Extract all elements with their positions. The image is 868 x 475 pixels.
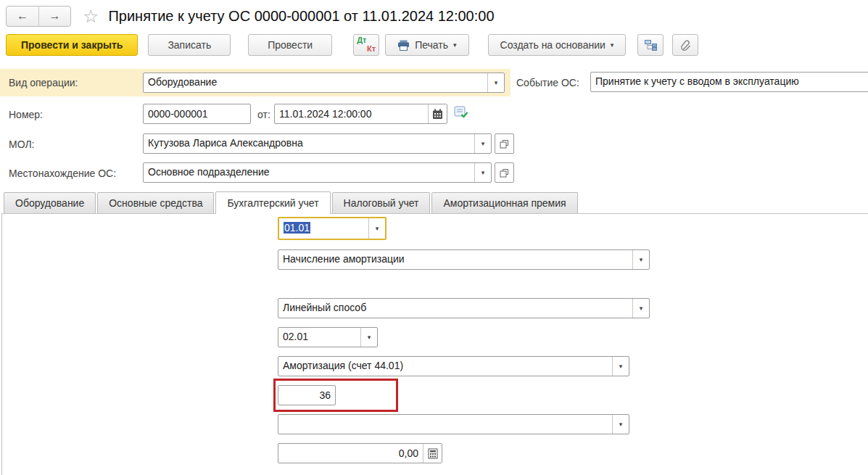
operation-type-select[interactable]: Оборудование ▾ bbox=[143, 73, 505, 93]
operation-type-value: Оборудование bbox=[144, 73, 487, 92]
useful-life-input[interactable] bbox=[278, 385, 336, 405]
accounting-order-value: Начисление амортизации bbox=[278, 250, 632, 269]
document-structure-button[interactable] bbox=[637, 34, 664, 56]
os-event-input[interactable]: Принятие к учету с вводом в эксплуатацию bbox=[590, 72, 868, 92]
expense-reflection-value: Амортизация (счет 44.01) bbox=[278, 357, 612, 376]
page-title: Принятие к учету ОС 0000-000001 от 11.01… bbox=[108, 8, 494, 25]
depreciation-account-select[interactable]: 02.01 ▾ bbox=[278, 327, 378, 347]
create-on-basis-label: Создать на основании bbox=[500, 39, 605, 51]
arrow-right-icon: → bbox=[49, 9, 61, 22]
caret-down-icon[interactable]: ▾ bbox=[632, 250, 649, 269]
liquidation-value-input[interactable] bbox=[278, 444, 423, 463]
os-event-value: Принятие к учету с вводом в эксплуатацию bbox=[595, 75, 799, 87]
tab-depreciation-bonus[interactable]: Амортизационная премия bbox=[431, 192, 577, 213]
caret-down-icon[interactable]: ▾ bbox=[474, 134, 491, 153]
caret-down-icon[interactable]: ▾ bbox=[632, 299, 649, 318]
os-location-open-button[interactable] bbox=[495, 162, 514, 183]
mol-label: МОЛ: bbox=[9, 139, 34, 150]
dt-kt-postings-button[interactable]: Дт Кт bbox=[353, 34, 379, 56]
mol-select[interactable]: Кутузова Лариса Александровна ▾ bbox=[143, 133, 492, 154]
dt-label: Дт bbox=[357, 36, 366, 45]
caret-down-icon[interactable]: ▾ bbox=[487, 73, 504, 92]
operation-type-label: Вид операции: bbox=[9, 77, 78, 88]
arrow-left-icon: ← bbox=[17, 9, 28, 22]
favorite-star-icon[interactable]: ☆ bbox=[83, 7, 99, 25]
calendar-button[interactable] bbox=[428, 104, 447, 123]
toolbar: Провести и закрыть Записать Провести Дт … bbox=[6, 33, 698, 57]
caret-down-icon: ▾ bbox=[453, 41, 457, 49]
open-form-icon bbox=[500, 168, 509, 178]
print-label: Печать bbox=[415, 39, 448, 51]
calculator-button[interactable] bbox=[423, 444, 442, 463]
caret-down-icon: ▾ bbox=[611, 41, 614, 49]
document-structure-icon bbox=[644, 39, 658, 51]
back-button[interactable]: ← bbox=[7, 7, 38, 26]
tab-bar: Оборудование Основные средства Бухгалтер… bbox=[4, 191, 579, 214]
expense-reflection-select[interactable]: Амортизация (счет 44.01) ▾ bbox=[278, 356, 629, 376]
caret-down-icon[interactable]: ▾ bbox=[612, 357, 629, 376]
caret-down-icon[interactable]: ▾ bbox=[360, 328, 377, 347]
post-button[interactable]: Провести bbox=[248, 34, 332, 56]
depreciation-account-value: 02.01 bbox=[278, 328, 360, 347]
account-select[interactable]: 01.01 ▾ bbox=[278, 217, 387, 240]
tab-accounting[interactable]: Бухгалтерский учет bbox=[215, 191, 330, 214]
mol-open-button[interactable] bbox=[495, 133, 514, 154]
accounting-order-select[interactable]: Начисление амортизации ▾ bbox=[278, 249, 650, 270]
number-input[interactable] bbox=[143, 104, 251, 124]
titlebar: ← → ☆ Принятие к учету ОС 0000-000001 от… bbox=[6, 4, 495, 28]
os-location-select[interactable]: Основное подразделение ▾ bbox=[143, 162, 492, 183]
forward-button[interactable]: → bbox=[38, 7, 70, 26]
attachments-button[interactable] bbox=[672, 34, 698, 56]
date-prefix-label: от: bbox=[257, 109, 270, 120]
tab-fixed-assets[interactable]: Основные средства bbox=[97, 192, 214, 213]
write-button[interactable]: Записать bbox=[148, 34, 231, 56]
date-input[interactable] bbox=[275, 104, 428, 123]
print-button[interactable]: Печать ▾ bbox=[385, 34, 468, 56]
tab-tax-accounting[interactable]: Налоговый учет bbox=[332, 192, 431, 213]
os-location-label: Местонахождение ОС: bbox=[9, 168, 116, 179]
yearly-schedule-value bbox=[278, 415, 612, 434]
caret-down-icon[interactable]: ▾ bbox=[474, 163, 491, 182]
caret-down-icon[interactable]: ▾ bbox=[612, 415, 629, 434]
create-on-basis-button[interactable]: Создать на основании ▾ bbox=[488, 34, 627, 56]
kt-label: Кт bbox=[367, 45, 376, 54]
os-event-label: Событие ОС: bbox=[516, 77, 579, 88]
os-location-value: Основное подразделение bbox=[144, 163, 474, 182]
depreciation-method-select[interactable]: Линейный способ ▾ bbox=[278, 298, 650, 318]
number-label: Номер: bbox=[9, 109, 43, 120]
account-value: 01.01 bbox=[284, 222, 310, 234]
mol-value: Кутузова Лариса Александровна bbox=[144, 134, 474, 153]
open-form-icon bbox=[500, 139, 509, 149]
date-field-group bbox=[274, 104, 447, 124]
liquidation-value-group bbox=[278, 443, 442, 463]
tab-equipment[interactable]: Оборудование bbox=[4, 192, 96, 213]
printer-icon bbox=[397, 40, 410, 51]
post-and-close-button[interactable]: Провести и закрыть bbox=[6, 34, 138, 56]
document-status-icon bbox=[454, 106, 468, 121]
nav-history-group: ← → bbox=[6, 6, 71, 27]
calendar-icon bbox=[432, 109, 443, 120]
depreciation-method-value: Линейный способ bbox=[278, 299, 632, 318]
caret-down-icon[interactable]: ▾ bbox=[368, 218, 385, 239]
paperclip-icon bbox=[680, 39, 691, 51]
yearly-schedule-select[interactable]: ▾ bbox=[278, 414, 629, 434]
calculator-icon bbox=[428, 448, 438, 459]
